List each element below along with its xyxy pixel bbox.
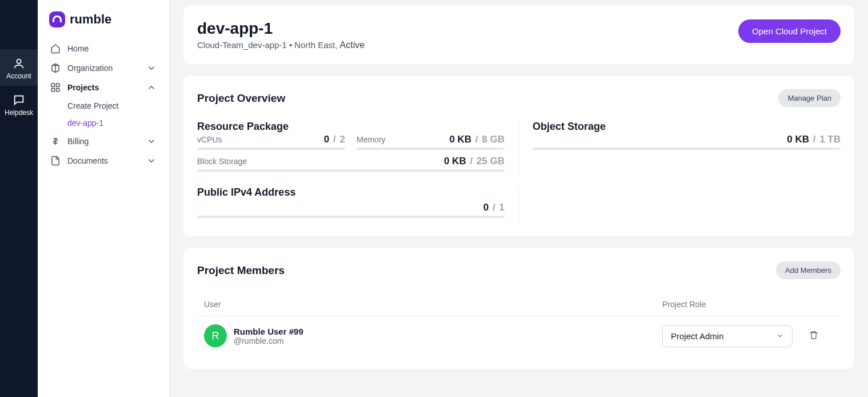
open-cloud-project-button[interactable]: Open Cloud Project (738, 19, 841, 43)
col-role-header: Project Role (662, 300, 834, 309)
home-icon (50, 43, 61, 54)
nav-projects-label: Projects (67, 83, 99, 92)
metric-memory: Memory 0 KB / 8 GB (357, 134, 505, 150)
manage-plan-button[interactable]: Manage Plan (778, 89, 841, 107)
rail-helpdesk-label: Helpdesk (5, 109, 33, 117)
ipv4-bar (197, 216, 505, 218)
document-icon (50, 156, 61, 166)
chevron-down-icon (146, 136, 157, 146)
chat-icon (13, 94, 25, 106)
nav-projects[interactable]: Projects (45, 78, 162, 97)
app-rail: Account Helpdesk (0, 0, 38, 397)
obj-storage-max: 1 TB (819, 134, 841, 145)
member-name: Rumble User #99 (234, 327, 303, 336)
memory-max: 8 GB (482, 134, 505, 145)
nav-documents[interactable]: Documents (45, 151, 162, 170)
metric-vcpus: vCPUs 0 / 2 (197, 134, 345, 150)
chevron-down-icon (146, 156, 157, 166)
block-storage-value: 0 KB (444, 156, 466, 166)
rail-helpdesk[interactable]: Helpdesk (0, 86, 38, 122)
svg-rect-4 (57, 89, 59, 92)
resource-package-title: Resource Package (197, 121, 505, 133)
sidebar: rumble Home Organization Projects Create… (38, 0, 170, 397)
overview-title: Project Overview (197, 92, 285, 105)
subtitle-region: North East (294, 40, 335, 50)
col-user-header: User (204, 300, 662, 309)
project-header-card: dev-app-1 Cloud-Team_dev-app-1 • North E… (183, 6, 854, 64)
chevron-down-icon (776, 332, 784, 340)
nav-organization[interactable]: Organization (45, 58, 162, 78)
svg-rect-3 (51, 89, 54, 92)
page-subtitle: Cloud-Team_dev-app-1 • North East, Activ… (197, 40, 365, 50)
obj-storage-bar (533, 148, 841, 150)
avatar: R (204, 324, 227, 347)
nav-billing-label: Billing (67, 137, 89, 146)
rail-account-label: Account (6, 72, 31, 80)
dollar-icon (50, 136, 61, 146)
brand-logo[interactable]: rumble (45, 9, 162, 39)
subtitle-status: Active (340, 40, 365, 50)
member-row: R Rumble User #99 @rumble.com Project Ad… (197, 316, 841, 355)
metric-ipv4: 0 / 1 (197, 202, 505, 218)
role-value: Project Admin (671, 331, 724, 341)
cube-icon (50, 63, 61, 73)
vcpus-value: 0 (324, 134, 329, 145)
vcpus-label: vCPUs (197, 135, 222, 144)
block-storage-bar (197, 169, 505, 172)
project-overview-card: Project Overview Manage Plan Resource Pa… (183, 76, 854, 236)
svg-rect-2 (57, 84, 59, 86)
members-title: Project Members (197, 264, 285, 277)
metric-object-storage: 0 KB / 1 TB (533, 134, 841, 150)
brand-name: rumble (70, 12, 111, 27)
page-title: dev-app-1 (197, 19, 365, 38)
vcpus-bar (197, 148, 345, 150)
nav-home-label: Home (67, 44, 89, 53)
ipv4-max: 1 (499, 202, 505, 213)
role-select[interactable]: Project Admin (662, 325, 793, 347)
svg-point-0 (17, 59, 21, 63)
nav-home[interactable]: Home (45, 39, 162, 58)
nav-dev-app-1[interactable]: dev-app-1 (45, 114, 162, 132)
svg-rect-1 (51, 84, 54, 86)
chevron-up-icon (146, 82, 157, 93)
project-members-card: Project Members Add Members User Project… (183, 248, 854, 369)
metric-block-storage: Block Storage 0 KB / 25 GB (197, 156, 505, 172)
subtitle-org: Cloud-Team_dev-app-1 (197, 40, 287, 50)
block-storage-label: Block Storage (197, 157, 247, 166)
trash-icon (809, 330, 819, 340)
member-email: @rumble.com (234, 336, 303, 346)
public-ipv4-title: Public IPv4 Address (197, 186, 505, 199)
object-storage-title: Object Storage (533, 121, 841, 133)
obj-storage-value: 0 KB (787, 134, 809, 145)
grid-icon (50, 82, 61, 93)
nav-documents-label: Documents (67, 156, 108, 165)
chevron-down-icon (146, 63, 157, 73)
nav-billing[interactable]: Billing (45, 132, 162, 151)
memory-bar (357, 148, 505, 150)
delete-member-button[interactable] (809, 330, 819, 342)
vcpus-max: 2 (340, 134, 345, 145)
cloud-icon (49, 11, 65, 27)
add-members-button[interactable]: Add Members (776, 261, 841, 279)
memory-value: 0 KB (449, 134, 471, 145)
block-storage-max: 25 GB (477, 156, 505, 166)
nav-organization-label: Organization (67, 63, 113, 73)
ipv4-value: 0 (483, 202, 489, 213)
user-icon (13, 57, 25, 70)
rail-account[interactable]: Account (0, 49, 38, 86)
main-content: dev-app-1 Cloud-Team_dev-app-1 • North E… (170, 0, 868, 397)
nav-create-project[interactable]: Create Project (45, 97, 162, 114)
memory-label: Memory (357, 135, 386, 144)
